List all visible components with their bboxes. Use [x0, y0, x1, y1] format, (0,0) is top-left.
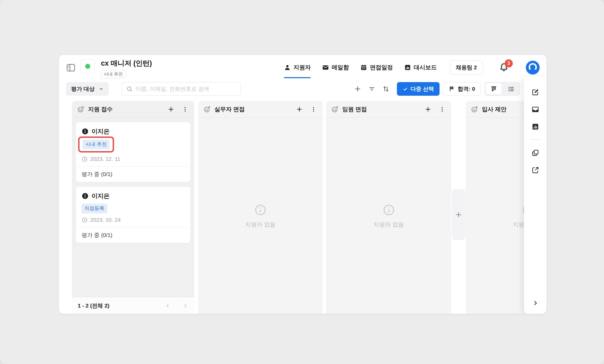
column-application-received: 지원 접수 [72, 101, 194, 314]
search-box [122, 82, 241, 96]
column-body: 지원자 없음 [326, 118, 451, 314]
pagination-label: 1 - 2 (전체 2) [78, 302, 109, 309]
column-header: 지원 접수 [72, 101, 194, 118]
column-header: 실무자 면접 [198, 101, 323, 118]
avatar[interactable] [526, 61, 540, 75]
toolbar-actions: 다중 선택 합격: 0 [352, 82, 520, 96]
multi-select-button[interactable]: 다중 선택 [397, 82, 440, 96]
right-icon-rail [524, 76, 546, 314]
job-status-button[interactable] [81, 59, 95, 73]
kanban-view-icon [490, 86, 497, 93]
table-view-icon [508, 86, 515, 93]
column-pagination: 1 - 2 (전체 2) [72, 297, 194, 314]
column-title: 임원 면접 [342, 105, 367, 113]
clock-icon [82, 156, 88, 162]
column-header: 임원 면접 [326, 101, 451, 118]
stage-smiley-icon [471, 106, 478, 113]
table-view-button[interactable] [503, 83, 519, 95]
column-menu-icon[interactable] [310, 105, 317, 113]
evaluation-status: 평가 중 (0/1) [76, 166, 190, 182]
info-outline-icon [383, 204, 395, 216]
stage-smiley-icon [203, 106, 211, 113]
column-title: 실무자 면접 [214, 105, 245, 113]
applied-date: 2023. 12. 11 [90, 156, 120, 162]
info-filled-icon [82, 128, 89, 135]
column-body: 지원자 없음 [198, 118, 323, 314]
clock-icon [82, 217, 88, 223]
empty-state: 지원자 없음 [326, 204, 451, 229]
column-menu-icon[interactable] [438, 105, 446, 113]
calendar-icon [360, 64, 367, 71]
notification-badge: 3 [505, 59, 513, 67]
column-add-icon[interactable] [424, 105, 432, 113]
page-title: cx 매니저 (인턴) [101, 59, 152, 68]
pagination-next-icon[interactable] [182, 302, 189, 309]
applied-date: 2023. 10. 24 [90, 217, 121, 223]
board-toolbar: 평가 대상 [59, 82, 546, 96]
nav-tab-applicants[interactable]: 지원자 [284, 55, 311, 80]
empty-state: 지원자 없음 [198, 204, 323, 229]
column-menu-icon[interactable] [181, 105, 189, 113]
status-green-dot [85, 64, 90, 69]
edit-job-icon[interactable] [531, 88, 540, 96]
job-title-block: cx 매니저 (인턴) 사내 추천 [101, 59, 152, 78]
view-toggle [484, 82, 520, 96]
rail-divider [531, 139, 540, 140]
app-window: cx 매니저 (인턴) 사내 추천 지원자 메일함 [59, 55, 546, 314]
team-button[interactable]: 채용팀 2 [450, 60, 483, 75]
applicant-tag: 직접등록 [82, 204, 107, 213]
kanban-view-button[interactable] [486, 83, 502, 95]
column-title: 입사 제안 [482, 105, 506, 113]
flag-icon [449, 86, 455, 92]
search-input[interactable] [136, 86, 236, 92]
kanban-board: 지원 접수 [59, 101, 546, 314]
pagination-prev-icon[interactable] [164, 302, 171, 309]
column-title: 지원 접수 [88, 105, 113, 113]
stage-filter-dropdown[interactable]: 평가 대상 [66, 82, 109, 96]
dashboard-icon [404, 64, 411, 71]
evaluation-status: 평가 중 (0/1) [76, 227, 190, 243]
applicant-card[interactable]: 이지은 직접등록 2023. 10. 24 평가 중 (0/1) [76, 186, 191, 243]
duplicate-icon[interactable] [531, 148, 540, 157]
notifications-button[interactable]: 3 [499, 62, 509, 73]
info-filled-icon [82, 192, 89, 200]
highlight-annotation: 사내 추천 [78, 136, 114, 152]
chevron-down-icon [99, 87, 104, 91]
sidebar-toggle-icon[interactable] [66, 63, 76, 73]
add-applicant-icon[interactable] [352, 84, 363, 94]
stats-icon[interactable] [531, 122, 540, 131]
applicant-name: 이지은 [92, 127, 110, 135]
column-add-icon[interactable] [167, 105, 175, 113]
inbox-icon[interactable] [531, 105, 540, 114]
column-first-interview: 실무자 면접 지원자 없음 [198, 101, 323, 314]
app-canvas: cx 매니저 (인턴) 사내 추천 지원자 메일함 [0, 0, 604, 364]
mail-icon [322, 64, 329, 71]
job-title-badge: 사내 추천 [101, 70, 126, 78]
applicant-card[interactable]: 이지은 사내 추천 2023. 12. 11 [76, 122, 191, 182]
column-add-icon[interactable] [295, 105, 303, 113]
person-icon [284, 64, 291, 71]
nav-tab-interviews[interactable]: 면접일정 [360, 55, 393, 80]
rail-collapse-icon[interactable] [531, 299, 540, 308]
info-outline-icon [254, 204, 266, 216]
window-header: cx 매니저 (인턴) 사내 추천 지원자 메일함 [59, 55, 546, 80]
external-link-icon[interactable] [531, 166, 540, 174]
applicant-name: 이지은 [92, 192, 110, 200]
check-icon [403, 86, 408, 92]
plus-icon [455, 211, 462, 218]
applicant-tag: 사내 추천 [83, 140, 110, 149]
stage-smiley-icon [331, 106, 339, 113]
main-nav: 지원자 메일함 [284, 55, 542, 80]
nav-tab-dashboard[interactable]: 대시보드 [404, 55, 437, 80]
column-body: 이지은 사내 추천 2023. 12. 11 [72, 118, 194, 297]
add-stage-button[interactable] [452, 189, 465, 240]
pass-counter-button[interactable]: 합격: 0 [443, 82, 481, 96]
column-executive-interview: 임원 면접 지원자 없음 [326, 101, 451, 314]
sort-icon[interactable] [381, 84, 391, 94]
nav-tab-mailbox[interactable]: 메일함 [322, 55, 349, 80]
search-icon [126, 86, 133, 92]
stage-smiley-icon [77, 106, 84, 113]
filter-icon[interactable] [367, 84, 377, 94]
